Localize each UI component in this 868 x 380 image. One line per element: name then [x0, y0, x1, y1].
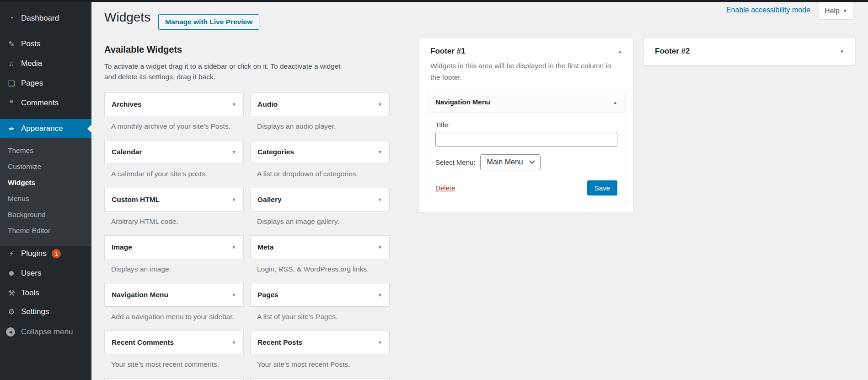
menu-select-dropdown[interactable]: Main Menu [480, 154, 541, 170]
widget-card-image[interactable]: Image ▼ [104, 235, 244, 259]
widget-card-recent-comments[interactable]: Recent Comments ▼ [104, 331, 244, 354]
sidebar-item-media[interactable]: ♫ Media [0, 54, 91, 73]
footer-2-sidebar-panel: Footer #2 ▼ [643, 38, 856, 65]
chevron-down-icon[interactable]: ▼ [231, 340, 236, 345]
navigation-menu-widget-header[interactable]: Navigation Menu ▲ [427, 91, 626, 113]
delete-widget-link[interactable]: Delete [435, 184, 455, 192]
chevron-down-icon[interactable]: ▼ [377, 102, 382, 107]
help-label: Help [825, 7, 840, 15]
sidebar-item-tools[interactable]: ⚒ Tools [0, 283, 91, 303]
submenu-item-customize[interactable]: Customize [0, 158, 91, 174]
widget-card-custom-html[interactable]: Custom HTML ▼ [104, 188, 244, 212]
sidebar-item-label: Posts [21, 39, 41, 49]
sidebar-item-label: Dashboard [21, 14, 59, 23]
widget-card-description: Displays an audio player. [250, 122, 390, 130]
available-widgets-grid: Archives ▼ A monthly archive of your sit… [104, 92, 390, 380]
chevron-down-icon[interactable]: ▼ [231, 149, 236, 155]
submenu-item-menus[interactable]: Menus [0, 190, 91, 206]
widget-card-recent-posts[interactable]: Recent Posts ▼ [250, 331, 390, 354]
widget-card-description: Add a navigation menu to your sidebar. [104, 313, 244, 321]
widget-card-description: Login, RSS, & WordPress.org links. [250, 265, 390, 273]
sidebar-item-posts[interactable]: ✎ Posts [0, 34, 91, 54]
widget-card-description: Displays an image gallery. [250, 217, 390, 226]
plugins-update-badge: 1 [52, 249, 61, 258]
collapse-widget-icon[interactable]: ▲ [613, 100, 617, 105]
widget-title-input[interactable] [435, 132, 617, 147]
navigation-menu-widget-title: Navigation Menu [435, 98, 490, 106]
footer-1-header[interactable]: Footer #1 ▲ [419, 38, 633, 56]
page-title: Widgets [104, 10, 150, 25]
chevron-down-icon[interactable]: ▼ [377, 197, 382, 202]
widget-card-title: Recent Comments [112, 338, 174, 347]
widget-card-title: Custom HTML [112, 195, 160, 204]
sidebar-item-pages[interactable]: ❏ Pages [0, 74, 91, 93]
widget-card-navigation-menu[interactable]: Navigation Menu ▼ [104, 283, 244, 307]
chevron-down-icon[interactable]: ▼ [377, 292, 382, 298]
media-icon: ♫ [6, 59, 17, 68]
submenu-item-theme-editor[interactable]: Theme Editor [0, 223, 91, 239]
help-dropdown-button[interactable]: Help ▼ [819, 2, 853, 20]
widget-card-title: Image [112, 243, 132, 251]
submenu-item-background[interactable]: Background [0, 206, 91, 223]
widget-card-gallery[interactable]: Gallery ▼ [250, 188, 390, 212]
available-widgets-heading: Available Widgets [104, 44, 182, 55]
sidebar-item-dashboard[interactable]: ◔ Dashboard [0, 9, 91, 28]
sidebar-item-comments[interactable]: ❝ Comments [0, 93, 91, 113]
widget-card-description: Arbitrary HTML code. [104, 217, 244, 226]
widget-card-partial[interactable] [104, 378, 244, 380]
chevron-down-icon[interactable]: ▼ [377, 340, 382, 345]
widget-card-categories[interactable]: Categories ▼ [250, 140, 390, 164]
chevron-down-icon[interactable]: ▼ [231, 102, 236, 107]
chevron-down-icon[interactable]: ▼ [377, 244, 382, 250]
sidebar-item-label: Settings [21, 307, 49, 316]
widget-card-description: A calendar of your site’s posts. [104, 170, 244, 178]
widget-card-description: Your site’s most recent Posts. [250, 360, 390, 369]
widget-card-calendar[interactable]: Calendar ▼ [104, 140, 244, 164]
menu-select-value: Main Menu [487, 158, 523, 166]
widget-card-partial[interactable] [250, 378, 390, 380]
sidebar-item-plugins[interactable]: ⚡ Plugins 1 [0, 244, 91, 263]
wrench-icon: ⚒ [6, 288, 17, 298]
widget-card-title: Meta [257, 243, 273, 251]
widget-card-meta[interactable]: Meta ▼ [250, 235, 390, 259]
widget-card-title: Gallery [257, 195, 282, 204]
collapse-menu-label: Collapse menu [21, 327, 73, 337]
select-menu-label: Select Menu: [435, 158, 476, 166]
submenu-item-widgets[interactable]: Widgets [0, 174, 91, 190]
user-icon: ☻ [6, 269, 17, 278]
sidebar-item-settings[interactable]: ⚙ Settings [0, 302, 91, 321]
save-button[interactable]: Save [587, 180, 617, 195]
widget-card-title: Calendar [112, 148, 142, 156]
widget-card-description: Displays an image. [104, 265, 244, 273]
chevron-down-icon[interactable]: ▼ [231, 244, 236, 250]
chevron-down-icon[interactable]: ▼ [231, 292, 236, 298]
sidebar-item-label: Media [21, 59, 42, 68]
sidebar-item-users[interactable]: ☻ Users [0, 264, 91, 283]
navigation-menu-widget: Navigation Menu ▲ Title: Select Menu: Ma… [427, 91, 626, 204]
admin-top-bar [0, 0, 868, 2]
chevron-down-icon[interactable]: ▼ [377, 149, 382, 155]
manage-live-preview-button[interactable]: Manage with Live Preview [158, 14, 259, 30]
comments-icon: ❝ [6, 98, 17, 108]
settings-icon: ⚙ [6, 307, 17, 317]
pages-icon: ❏ [6, 79, 17, 88]
widget-card-audio[interactable]: Audio ▼ [250, 92, 390, 116]
collapse-arrow-icon: ◀ [6, 327, 15, 337]
admin-sidebar: ◔ Dashboard ✎ Posts ♫ Media ❏ Pages ❝ Co… [0, 0, 91, 380]
submenu-item-themes[interactable]: Themes [0, 142, 91, 158]
enable-accessibility-mode-link[interactable]: Enable accessibility mode [726, 6, 810, 14]
widget-card-pages[interactable]: Pages ▼ [250, 283, 390, 307]
sidebar-item-appearance[interactable]: ✒ Appearance [0, 119, 91, 138]
chevron-down-icon[interactable]: ▼ [231, 197, 236, 202]
chevron-down-icon [529, 160, 535, 164]
collapse-menu-button[interactable]: ◀ Collapse menu [0, 322, 91, 342]
widget-card-title: Archives [112, 100, 141, 109]
chevron-down-icon: ▼ [843, 8, 847, 13]
footer-1-sidebar-panel: Footer #1 ▲ Widgets in this area will be… [419, 38, 634, 213]
collapse-panel-icon[interactable]: ▲ [618, 49, 622, 54]
footer-2-header[interactable]: Footer #2 ▼ [644, 38, 855, 56]
plugin-icon: ⚡ [6, 249, 17, 259]
widget-card-archives[interactable]: Archives ▼ [104, 92, 244, 116]
expand-panel-icon[interactable]: ▼ [840, 49, 844, 54]
sidebar-item-label: Users [21, 269, 41, 278]
